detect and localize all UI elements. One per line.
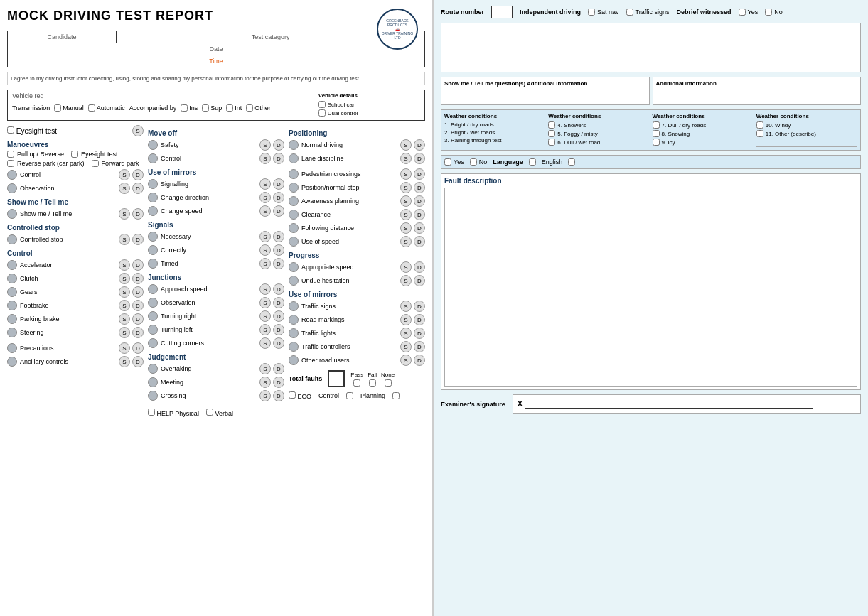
footbrake-s[interactable]: S (119, 300, 130, 311)
no-debrief-cb[interactable] (765, 9, 772, 16)
fail-checkbox[interactable] (369, 379, 376, 387)
turning-left-d[interactable]: D (273, 324, 284, 335)
other-checkbox[interactable] (246, 104, 253, 112)
crossing-s[interactable]: S (259, 390, 271, 401)
no-lang-cb[interactable] (470, 158, 477, 166)
fault-area[interactable] (444, 188, 857, 387)
timed-d[interactable]: D (273, 258, 284, 269)
verbal-label[interactable]: Verbal (206, 409, 233, 417)
weather-9-cb[interactable] (653, 139, 660, 146)
weather-7-cb[interactable] (653, 121, 660, 129)
weather-11-cb[interactable] (756, 130, 763, 137)
english-cb[interactable] (529, 158, 536, 166)
traffic-lights-s[interactable]: S (400, 328, 412, 339)
observation-s[interactable]: S (259, 297, 271, 308)
turning-left-s[interactable]: S (259, 324, 271, 335)
manoeuvres-obs-d[interactable]: D (132, 183, 144, 194)
undue-hesitation-s[interactable]: S (400, 275, 412, 286)
meeting-d[interactable]: D (273, 377, 284, 388)
forward-park-cb[interactable] (92, 160, 99, 167)
yes-debrief-cb[interactable] (739, 9, 746, 16)
yes-debrief-label[interactable]: Yes (739, 9, 759, 16)
total-faults-box[interactable] (328, 370, 345, 387)
manoeuvres-obs-s[interactable]: S (119, 183, 130, 194)
cutting-corners-d[interactable]: D (273, 337, 284, 349)
correctly-d[interactable]: D (273, 244, 284, 256)
school-car-checkbox[interactable] (318, 101, 326, 108)
precautions-s[interactable]: S (119, 342, 130, 354)
show-tell-d[interactable]: D (132, 208, 144, 220)
show-tell-s[interactable]: S (119, 208, 130, 220)
awareness-d[interactable]: D (414, 195, 425, 207)
crossing-d[interactable]: D (273, 390, 284, 401)
normal-driving-d[interactable]: D (414, 139, 425, 151)
ped-cross-s[interactable]: S (400, 168, 412, 180)
steering-s[interactable]: S (119, 327, 130, 338)
signalling-s[interactable]: S (259, 178, 271, 190)
manoeuvres-control-s[interactable]: S (119, 169, 130, 180)
accelerator-d[interactable]: D (132, 259, 144, 271)
eyesight-checkbox[interactable] (7, 126, 14, 134)
ped-cross-d[interactable]: D (414, 168, 425, 180)
necessary-d[interactable]: D (273, 231, 284, 242)
traffic-controllers-d[interactable]: D (414, 341, 425, 352)
appropriate-speed-d[interactable]: D (414, 261, 425, 273)
yes-lang-cb[interactable] (444, 158, 451, 166)
cutting-corners-s[interactable]: S (259, 337, 271, 349)
change-speed-d[interactable]: D (273, 205, 284, 217)
sat-nav-cb[interactable] (588, 9, 595, 16)
observation-d[interactable]: D (273, 297, 284, 308)
controlled-stop-d[interactable]: D (132, 234, 144, 245)
eyesight-label[interactable]: Eyesight test (7, 126, 57, 135)
eco-label[interactable]: ECO (289, 391, 311, 400)
weather-5-cb[interactable] (548, 130, 555, 137)
sat-nav-label[interactable]: Sat nav (588, 9, 619, 16)
following-dist-s[interactable]: S (400, 222, 412, 234)
awareness-s[interactable]: S (400, 195, 412, 207)
other-label[interactable]: Other (246, 104, 271, 112)
english-cb2[interactable] (568, 158, 575, 166)
weather-4-cb[interactable] (548, 121, 555, 129)
clearance-d[interactable]: D (414, 209, 425, 220)
turning-right-d[interactable]: D (273, 310, 284, 322)
change-speed-s[interactable]: S (259, 205, 271, 217)
traffic-signs-s[interactable]: S (400, 301, 412, 312)
automatic-checkbox[interactable] (88, 104, 95, 112)
steering-d[interactable]: D (132, 327, 144, 338)
road-markings-s[interactable]: S (400, 314, 412, 325)
eyesight-s-btn[interactable]: S (132, 125, 144, 136)
move-off-control-s[interactable]: S (259, 153, 271, 164)
traffic-controllers-s[interactable]: S (400, 341, 412, 352)
traffic-signs-label[interactable]: Traffic signs (626, 9, 670, 16)
ins-label[interactable]: Ins (181, 104, 198, 112)
yes-lang-label[interactable]: Yes (444, 158, 464, 166)
eco-cb[interactable] (289, 391, 296, 399)
lane-discipline-s[interactable]: S (400, 153, 412, 164)
clutch-d[interactable]: D (132, 273, 144, 284)
other-road-users-s[interactable]: S (400, 355, 412, 366)
correctly-s[interactable]: S (259, 244, 271, 256)
move-off-safety-s[interactable]: S (259, 139, 271, 151)
eyesight-test-cb[interactable] (71, 151, 78, 158)
eco-control-cb[interactable] (346, 392, 353, 399)
controlled-stop-s[interactable]: S (119, 234, 130, 245)
pos-normal-d[interactable]: D (414, 182, 425, 193)
signalling-d[interactable]: D (273, 178, 284, 190)
pos-normal-s[interactable]: S (400, 182, 412, 193)
lane-discipline-d[interactable]: D (414, 153, 425, 164)
none-checkbox[interactable] (385, 379, 392, 387)
no-lang-label[interactable]: No (470, 158, 488, 166)
manual-checkbox[interactable] (54, 104, 61, 112)
traffic-signs-cb[interactable] (626, 9, 633, 16)
parking-brake-d[interactable]: D (132, 313, 144, 325)
appropriate-speed-s[interactable]: S (400, 261, 412, 273)
accelerator-s[interactable]: S (119, 259, 130, 271)
planning-cb[interactable] (392, 392, 400, 399)
footbrake-d[interactable]: D (132, 300, 144, 311)
clearance-s[interactable]: S (400, 209, 412, 220)
other-road-users-d[interactable]: D (414, 355, 425, 366)
verbal-cb[interactable] (206, 409, 213, 416)
use-of-speed-s[interactable]: S (400, 236, 412, 247)
overtaking-d[interactable]: D (273, 363, 284, 374)
traffic-lights-d[interactable]: D (414, 328, 425, 339)
